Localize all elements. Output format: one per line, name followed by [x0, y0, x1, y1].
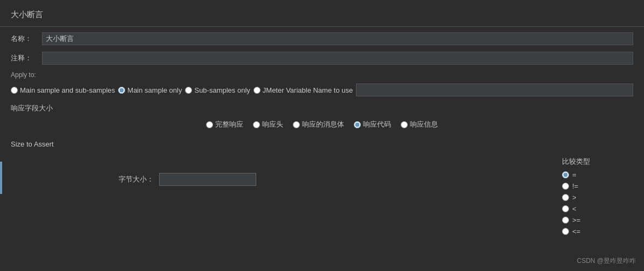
comparison-radio-list: = != > < >= — [562, 171, 580, 235]
radio-sub-only[interactable]: Sub-samples only — [185, 86, 250, 94]
page-title: 大小断言 — [0, 5, 644, 24]
comparison-lt-label: < — [572, 205, 577, 213]
comparison-type-block: 比较类型 = != > < — [562, 157, 590, 235]
name-row: 名称： — [0, 29, 644, 48]
radio-full-response[interactable]: 完整响应 — [206, 120, 243, 129]
radio-main-only-label: Main sample only — [127, 86, 182, 94]
response-radio-row: 完整响应 响应头 响应的消息体 响应代码 响应信息 — [11, 117, 633, 131]
radio-response-message[interactable]: 响应信息 — [401, 120, 438, 129]
comparison-gte[interactable]: >= — [562, 216, 580, 224]
radio-full-response-label: 完整响应 — [215, 120, 243, 129]
comparison-gt-label: > — [572, 193, 577, 201]
radio-jmeter-var[interactable]: JMeter Variable Name to use — [254, 86, 353, 94]
response-field-title: 响应字段大小 — [11, 103, 633, 113]
name-label: 名称： — [11, 34, 38, 44]
comment-input[interactable] — [42, 52, 633, 65]
size-assert-content: 字节大小： 比较类型 = != — [11, 157, 633, 235]
comment-label: 注释： — [11, 53, 38, 63]
size-assert-title: Size to Assert — [11, 140, 633, 148]
radio-response-head[interactable]: 响应头 — [253, 120, 283, 129]
radio-sub-only-label: Sub-samples only — [194, 86, 250, 94]
radio-main-and-sub-label: Main sample and sub-samples — [20, 86, 115, 94]
size-assert-section: Size to Assert 字节大小： 比较类型 = — [0, 134, 644, 242]
apply-to-label: Apply to: — [0, 68, 644, 81]
comparison-lt[interactable]: < — [562, 205, 580, 213]
comparison-lte-label: <= — [572, 227, 580, 235]
radio-response-head-label: 响应头 — [262, 120, 283, 129]
size-assert-left: 字节大小： — [11, 157, 256, 186]
left-accent — [0, 162, 2, 194]
watermark: CSDN @昱咋昱咋咋 — [577, 256, 636, 266]
name-input[interactable] — [42, 32, 633, 45]
apply-to-row: Main sample and sub-samples Main sample … — [0, 81, 644, 99]
jmeter-var-input[interactable] — [356, 84, 633, 96]
byte-size-label: 字节大小： — [119, 175, 154, 184]
response-field-section: 响应字段大小 完整响应 响应头 响应的消息体 响应代码 响应信息 — [0, 99, 644, 134]
radio-main-and-sub[interactable]: Main sample and sub-samples — [11, 86, 115, 94]
byte-size-input[interactable] — [159, 173, 256, 186]
comparison-gte-label: >= — [572, 216, 580, 224]
comparison-type-title: 比较类型 — [562, 157, 590, 166]
radio-response-code-label: 响应代码 — [363, 120, 391, 129]
main-container: 大小断言 名称： 注释： Apply to: Main sample and s… — [0, 0, 644, 271]
comparison-gt[interactable]: > — [562, 193, 580, 201]
byte-size-row: 字节大小： — [119, 173, 256, 186]
comparison-eq-label: = — [572, 171, 577, 179]
comparison-neq-label: != — [572, 182, 578, 190]
radio-response-code[interactable]: 响应代码 — [354, 120, 391, 129]
radio-response-body-label: 响应的消息体 — [302, 120, 344, 129]
radio-main-only[interactable]: Main sample only — [118, 86, 182, 94]
radio-response-message-label: 响应信息 — [410, 120, 438, 129]
comment-row: 注释： — [0, 48, 644, 68]
comparison-neq[interactable]: != — [562, 182, 580, 190]
comparison-eq[interactable]: = — [562, 171, 580, 179]
radio-response-body[interactable]: 响应的消息体 — [293, 120, 344, 129]
comparison-lte[interactable]: <= — [562, 227, 580, 235]
top-divider — [0, 26, 644, 27]
radio-jmeter-var-label: JMeter Variable Name to use — [263, 86, 353, 94]
